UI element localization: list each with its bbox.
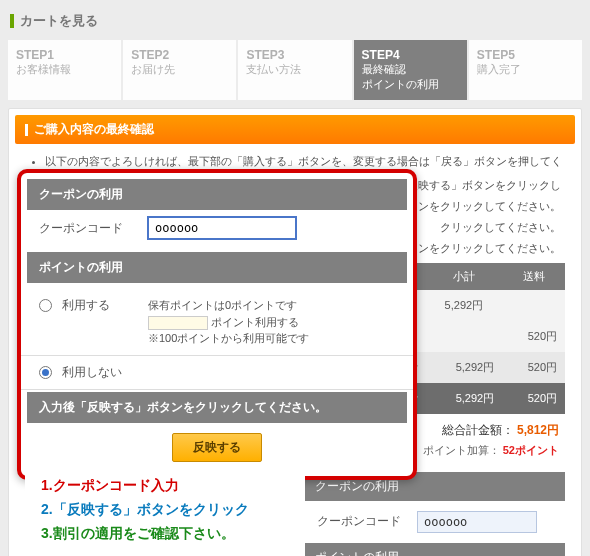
coupon-code-input[interactable] bbox=[147, 216, 297, 240]
checkout-steps: STEP1 お客様情報 STEP2 お届け先 STEP3 支払い方法 STEP4… bbox=[8, 40, 582, 100]
instruction-list: 1.クーポンコード入力 2.「反映する」ボタンをクリック 3.割引の適用をご確認… bbox=[25, 466, 305, 546]
page-title: カートを見る bbox=[20, 12, 98, 30]
no-points-option[interactable]: 利用しない bbox=[21, 356, 413, 390]
step-3: STEP3 支払い方法 bbox=[238, 40, 351, 100]
apply-button[interactable]: 反映する bbox=[172, 433, 262, 462]
bottom-coupon-input[interactable] bbox=[417, 511, 537, 533]
bottom-coupon-section: クーポンの利用 クーポンコード ポイントの利用 bbox=[305, 472, 565, 556]
intro-bullet: 以下の内容でよろしければ、最下部の「購入する」ボタンを、変更する場合は「戻る」ボ… bbox=[45, 154, 565, 169]
coupon-code-label: クーポンコード bbox=[39, 220, 129, 237]
coupon-callout: クーポンの利用 クーポンコード ポイントの利用 利用する 保有ポイントは0ポイン… bbox=[17, 169, 417, 480]
page-title-bar: カートを見る bbox=[8, 8, 582, 40]
apply-instruction: 入力後「反映する」ボタンをクリックしてください。 bbox=[27, 392, 407, 423]
bottom-coupon-label: クーポンコード bbox=[317, 513, 401, 530]
step-2: STEP2 お届け先 bbox=[123, 40, 236, 100]
use-points-option[interactable]: 利用する 保有ポイントは0ポイントです ポイント利用する ※100ポイントから利… bbox=[21, 289, 413, 356]
section-header: ご購入内容の最終確認 bbox=[15, 115, 575, 144]
points-header: ポイントの利用 bbox=[27, 252, 407, 283]
points-amount-input[interactable] bbox=[148, 316, 208, 330]
step-1: STEP1 お客様情報 bbox=[8, 40, 121, 100]
step-5: STEP5 購入完了 bbox=[469, 40, 582, 100]
coupon-header: クーポンの利用 bbox=[27, 179, 407, 210]
step-4-current: STEP4 最終確認 ポイントの利用 bbox=[354, 40, 467, 100]
radio-icon bbox=[39, 299, 52, 312]
radio-icon bbox=[39, 366, 52, 379]
